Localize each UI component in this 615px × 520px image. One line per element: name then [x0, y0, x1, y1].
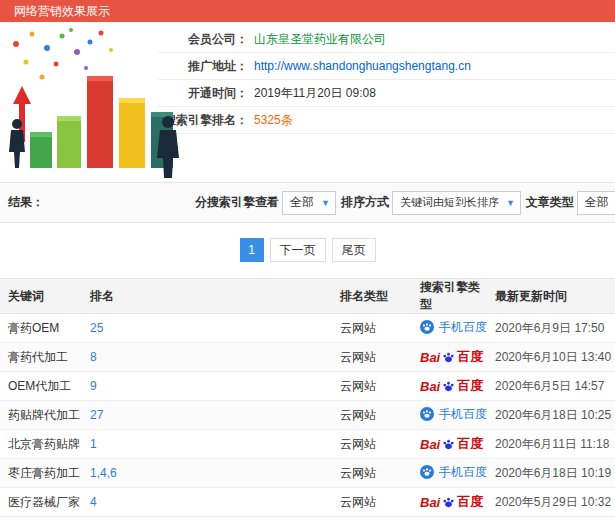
mobile-baidu-icon — [420, 320, 434, 334]
info-row-company: 会员公司： 山东皇圣堂药业有限公司 — [158, 26, 615, 53]
col-updated: 最新更新时间 — [487, 279, 615, 314]
mobile-baidu-label: 手机百度 — [439, 319, 487, 336]
confetti-dots — [13, 28, 113, 80]
info-row-rank-count: 搜索引擎排名： 5325条 — [158, 107, 615, 134]
updated-cell: 2020年6月5日 14:57 — [487, 372, 615, 401]
col-rank-type: 排名类型 — [332, 279, 412, 314]
rank-count-value: 5325条 — [254, 112, 293, 129]
growth-chart-graphic — [0, 22, 190, 180]
keyword-cell: OEM代加工 — [0, 372, 82, 401]
table-row: 药贴牌代加工 27 云网站 手机百度 2020年6月18日 10:25 — [0, 401, 615, 430]
updated-cell: 2020年6月18日 10:25 — [487, 401, 615, 430]
rank-link[interactable]: 27 — [90, 408, 103, 422]
rank-type-cell: 云网站 — [332, 488, 412, 517]
rank-type-cell: 云网站 — [332, 430, 412, 459]
article-type-label: 文章类型 — [526, 194, 574, 211]
page-title: 网络营销效果展示 — [14, 4, 110, 18]
promo-url-link[interactable]: http://www.shandonghuangshengtang.cn — [254, 59, 471, 73]
keyword-cell: 膏药代加工 — [0, 343, 82, 372]
baidu-latin: Bai — [420, 495, 440, 510]
results-table: 关键词 排名 排名类型 搜索引擎类型 最新更新时间 膏药OEM 25 云网站 手… — [0, 278, 615, 520]
info-row-url: 推广地址： http://www.shandonghuangshengtang.… — [158, 53, 615, 80]
table-row: 枣庄膏药加工 1,4,6 云网站 手机百度 2020年6月18日 10:19 — [0, 459, 615, 488]
updated-cell: 2020年6月18日 10:19 — [487, 459, 615, 488]
member-info-rows: 会员公司： 山东皇圣堂药业有限公司 推广地址： http://www.shand… — [158, 22, 615, 134]
updated-cell: 2020年5月29日 10:32 — [487, 488, 615, 517]
baidu-logo: Bai 百度 — [420, 493, 483, 511]
col-keyword: 关键词 — [0, 279, 82, 314]
rank-type-cell: 云网站 — [332, 401, 412, 430]
pagination: 1 下一页 尾页 — [0, 223, 615, 278]
table-row: 北京膏药贴牌 1 云网站 Bai 百度 2020年6月11日 11:18 — [0, 430, 615, 459]
table-header-row: 关键词 排名 排名类型 搜索引擎类型 最新更新时间 — [0, 279, 615, 314]
updated-cell: 2020年6月9日 17:50 — [487, 314, 615, 343]
baidu-cn: 百度 — [457, 377, 483, 395]
baidu-logo: Bai 百度 — [420, 435, 483, 453]
page-current[interactable]: 1 — [240, 238, 264, 262]
baidu-cn: 百度 — [457, 493, 483, 511]
article-type-selected: 全部 — [585, 194, 609, 211]
rank-link[interactable]: 4 — [90, 495, 97, 509]
engine-view-selected: 全部 — [290, 194, 314, 211]
open-time-value: 2019年11月20日 09:08 — [254, 85, 376, 102]
results-table-body: 膏药OEM 25 云网站 手机百度 2020年6月9日 17:50 膏药代加工 … — [0, 314, 615, 520]
rank-link[interactable]: 1,4,6 — [90, 466, 117, 480]
company-link[interactable]: 山东皇圣堂药业有限公司 — [254, 31, 386, 48]
keyword-cell: 膏药OEM — [0, 314, 82, 343]
baidu-paw-icon — [442, 380, 455, 393]
col-engine-type: 搜索引擎类型 — [412, 279, 487, 314]
mobile-baidu-badge: 手机百度 — [420, 319, 487, 336]
sort-select[interactable]: 关键词由短到长排序 ▼ — [392, 191, 521, 215]
chevron-down-icon: ▼ — [506, 198, 515, 208]
updated-cell: 2020年6月11日 11:01 — [487, 517, 615, 520]
next-page-button[interactable]: 下一页 — [270, 238, 326, 262]
rank-type-cell: 云网站 — [332, 459, 412, 488]
baidu-latin: Bai — [420, 379, 440, 394]
baidu-paw-icon — [442, 438, 455, 451]
mobile-baidu-icon — [420, 407, 434, 421]
mobile-baidu-badge: 手机百度 — [420, 406, 487, 423]
table-row: 膏药代加工 8 云网站 Bai 百度 2020年6月10日 13:40 — [0, 343, 615, 372]
baidu-latin: Bai — [420, 350, 440, 365]
info-row-open-time: 开通时间： 2019年11月20日 09:08 — [158, 80, 615, 107]
article-type-select[interactable]: 全部 ▼ — [577, 191, 615, 215]
keyword-cell: 药贴牌代加工 — [0, 401, 82, 430]
mobile-baidu-badge: 手机百度 — [420, 464, 487, 481]
baidu-logo: Bai 百度 — [420, 348, 483, 366]
keyword-cell: 医疗器械厂家 — [0, 488, 82, 517]
rank-link[interactable]: 8 — [90, 350, 97, 364]
member-info-section: 会员公司： 山东皇圣堂药业有限公司 推广地址： http://www.shand… — [0, 22, 615, 182]
baidu-paw-icon — [442, 496, 455, 509]
mobile-baidu-label: 手机百度 — [439, 406, 487, 423]
keyword-cell: 枣庄膏药加工 — [0, 459, 82, 488]
rank-type-cell: 云网站 — [332, 343, 412, 372]
rank-type-cell: 云网站 — [332, 314, 412, 343]
rank-link[interactable]: 9 — [90, 379, 97, 393]
sort-selected: 关键词由短到长排序 — [400, 195, 499, 210]
engine-view-select[interactable]: 全部 ▼ — [282, 191, 336, 215]
baidu-latin: Bai — [420, 437, 440, 452]
updated-cell: 2020年6月11日 11:18 — [487, 430, 615, 459]
table-row: 医疗器械厂家 4 云网站 Bai 百度 2020年5月29日 10:32 — [0, 488, 615, 517]
table-row: OEM代加工 9 云网站 Bai 百度 2020年6月5日 14:57 — [0, 372, 615, 401]
result-label: 结果： — [8, 194, 44, 211]
table-row: 膏药OEM 25 云网站 手机百度 2020年6月9日 17:50 — [0, 314, 615, 343]
baidu-cn: 百度 — [457, 435, 483, 453]
rank-link[interactable]: 25 — [90, 321, 103, 335]
rank-link[interactable]: 1 — [90, 437, 97, 451]
updated-cell: 2020年6月10日 13:40 — [487, 343, 615, 372]
baidu-logo: Bai 百度 — [420, 377, 483, 395]
baidu-paw-icon — [442, 351, 455, 364]
keyword-cell: 菏泽膏药厂家 — [0, 517, 82, 520]
baidu-cn: 百度 — [457, 348, 483, 366]
bars — [30, 76, 173, 168]
mobile-baidu-icon — [420, 465, 434, 479]
col-rank: 排名 — [82, 279, 332, 314]
page-header: 网络营销效果展示 — [0, 0, 615, 22]
last-page-button[interactable]: 尾页 — [332, 238, 376, 262]
filter-bar: 结果： 分搜索引擎查看 全部 ▼ 排序方式 关键词由短到长排序 ▼ 文章类型 全… — [0, 182, 615, 223]
engine-view-label: 分搜索引擎查看 — [195, 194, 279, 211]
keyword-cell: 北京膏药贴牌 — [0, 430, 82, 459]
bar-chart-illustration — [0, 22, 190, 180]
mobile-baidu-label: 手机百度 — [439, 464, 487, 481]
